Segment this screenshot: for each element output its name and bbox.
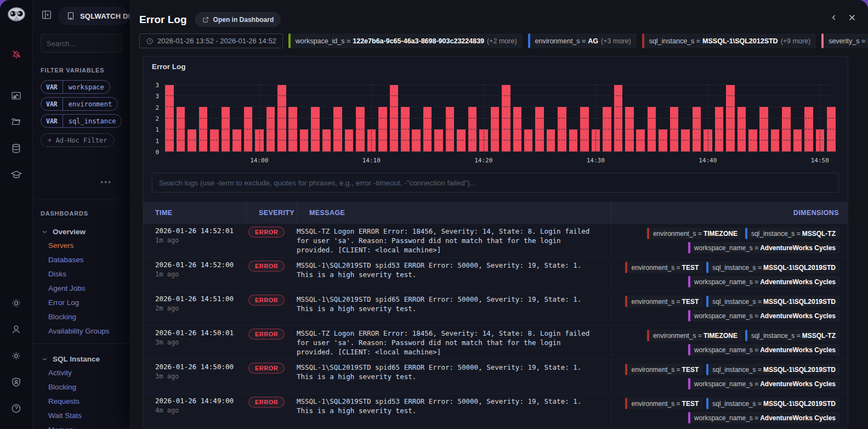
dimension-chip-sql_instance_s[interactable]: sql_instance_s =MSSQL-1\SQL2019STD	[706, 262, 840, 273]
dimension-chip-environment_s[interactable]: environment_s =TIMEZONE	[647, 330, 742, 341]
severity-badge[interactable]: ERROR	[248, 363, 285, 374]
filter-chip-severity_s[interactable]: severity_s =Error	[821, 33, 868, 48]
variable-pill-environment[interactable]: VARenvironment	[41, 97, 118, 111]
severity-badge[interactable]: ERROR	[248, 261, 285, 272]
sidebar-item-activity[interactable]: Activity	[33, 365, 129, 380]
chart-bar[interactable]	[771, 129, 780, 151]
theme-sun-icon[interactable]	[7, 293, 26, 313]
chart-bar[interactable]	[659, 129, 667, 151]
chart-bar[interactable]	[569, 129, 578, 151]
dimension-chip-workspace_name_s[interactable]: workspace_name_s =AdventureWorks Cycles	[688, 344, 840, 355]
chart-bar[interactable]	[793, 129, 802, 151]
sidebar-item-databases[interactable]: Databases	[33, 252, 129, 267]
filter-chip-sql_instance_s[interactable]: sql_instance_s =MSSQL-1\SQL2012STD(+9 mo…	[642, 33, 816, 48]
table-row[interactable]: 2026-01-26 14:50:003m agoERRORMSSQL-1\SQ…	[143, 360, 848, 394]
table-row[interactable]: 2026-01-26 14:51:002m agoERRORMSSQL-1\SQ…	[143, 292, 848, 326]
sidebar-search[interactable]	[41, 34, 122, 53]
dimension-chip-workspace_name_s[interactable]: workspace_name_s =AdventureWorks Cycles	[688, 276, 840, 287]
sidebar-item-memory[interactable]: Memory	[33, 422, 129, 429]
dimension-chip-workspace_name_s[interactable]: workspace_name_s =AdventureWorks Cycles	[688, 310, 840, 321]
chart-bar[interactable]	[726, 85, 735, 151]
filter-chip-environment_s[interactable]: environment_s =AG(+3 more)	[528, 33, 637, 48]
sidebar-item-blocking[interactable]: Blocking	[33, 380, 129, 394]
sidebar-item-servers[interactable]: Servers	[33, 238, 129, 252]
error-log-bar-chart[interactable]: 0112233 14:0014:1014:2014:3014:4014:50	[147, 84, 838, 165]
folders-icon[interactable]	[7, 112, 26, 132]
sidebar-item-wait-stats[interactable]: Wait Stats	[33, 408, 129, 422]
time-range-picker[interactable]: 2026-01-26 13:52 - 2026-01-26 14:52	[139, 33, 283, 48]
dimension-chip-environment_s[interactable]: environment_s =TEST	[625, 262, 703, 273]
chart-bar[interactable]	[300, 129, 309, 151]
dashboard-group-sql-instance[interactable]: SQL Instance	[42, 355, 122, 363]
variable-pill-sql_instance[interactable]: VARsql_instance	[41, 114, 122, 128]
chart-bar[interactable]	[434, 129, 443, 151]
sidebar-item-requests[interactable]: Requests	[33, 394, 129, 408]
chart-bar[interactable]	[390, 85, 399, 151]
log-search-input[interactable]	[159, 179, 832, 187]
variable-pill-workspace[interactable]: VARworkspace	[41, 80, 110, 94]
help-question-icon[interactable]	[7, 398, 26, 418]
table-row[interactable]: 2026-01-26 14:52:001m agoERRORMSSQL-1\SQ…	[143, 258, 848, 292]
chart-bar[interactable]	[322, 129, 331, 151]
dimension-chip-sql_instance_s[interactable]: sql_instance_s =MSSQL-1\SQL2019STD	[706, 296, 840, 307]
severity-badge[interactable]: ERROR	[248, 227, 285, 238]
workspace-switcher-button[interactable]: SQLWATCH DE	[58, 7, 129, 25]
chart-bar[interactable]	[748, 129, 757, 151]
alerts-bell-icon[interactable]	[7, 44, 26, 64]
chart-bar[interactable]	[502, 85, 510, 151]
close-icon[interactable]	[847, 13, 857, 22]
dashboards-icon[interactable]	[7, 86, 26, 105]
learn-graduation-cap-icon[interactable]	[7, 165, 26, 184]
severity-badge[interactable]: ERROR	[248, 397, 285, 408]
log-search[interactable]	[152, 173, 839, 193]
chart-bar[interactable]	[636, 129, 645, 151]
adhoc-filter-button[interactable]: + Ad-Hoc Filter	[41, 133, 114, 147]
dimension-chip-sql_instance_s[interactable]: sql_instance_s =MSSQL-1\SQL2019STD	[706, 398, 840, 409]
dimension-chip-sql_instance_s[interactable]: sql_instance_s =MSSQL-TZ	[745, 228, 840, 239]
chart-bar[interactable]	[547, 129, 555, 151]
chevron-left-icon[interactable]	[830, 13, 838, 22]
sidebar-item-blocking[interactable]: Blocking	[33, 309, 129, 324]
severity-badge[interactable]: ERROR	[248, 295, 285, 306]
col-header-severity[interactable]: SEVERITY	[246, 202, 297, 224]
chart-bar[interactable]	[412, 129, 421, 151]
dimension-chip-sql_instance_s[interactable]: sql_instance_s =MSSQL-1\SQL2019STD	[706, 364, 840, 375]
chart-bar[interactable]	[345, 129, 354, 151]
sidebar-search-input[interactable]	[47, 39, 116, 48]
open-in-dashboard-button[interactable]: Open in Dashboard	[195, 12, 281, 27]
dimension-chip-workspace_name_s[interactable]: workspace_name_s =AdventureWorks Cycles	[688, 242, 840, 253]
dimension-chip-environment_s[interactable]: environment_s =TEST	[625, 364, 703, 375]
chart-bar[interactable]	[524, 129, 533, 151]
chart-bar[interactable]	[210, 129, 219, 151]
col-header-dimensions[interactable]: DIMENSIONS	[611, 202, 848, 224]
col-header-message[interactable]: MESSAGE	[297, 202, 611, 224]
sidebar-item-disks[interactable]: Disks	[33, 267, 129, 281]
chart-bar[interactable]	[232, 129, 241, 151]
dimension-chip-environment_s[interactable]: environment_s =TEST	[625, 398, 703, 409]
dimension-chip-workspace_name_s[interactable]: workspace_name_s =AdventureWorks Cycles	[688, 378, 840, 390]
chart-bar[interactable]	[614, 85, 623, 151]
severity-badge[interactable]: ERROR	[248, 329, 285, 340]
chart-bar[interactable]	[277, 85, 286, 151]
sidebar-item-availability-groups[interactable]: Availability Groups	[33, 324, 129, 338]
table-row[interactable]: 2026-01-26 14:49:004m agoERRORMSSQL-1\SQ…	[143, 394, 848, 428]
dimension-chip-sql_instance_s[interactable]: sql_instance_s =MSSQL-TZ	[745, 330, 840, 341]
sidebar-collapse-icon[interactable]	[41, 9, 53, 23]
dimension-chip-environment_s[interactable]: environment_s =TEST	[625, 296, 703, 307]
dimension-chip-workspace_name_s[interactable]: workspace_name_s =AdventureWorks Cycles	[688, 412, 840, 424]
user-profile-icon[interactable]	[7, 319, 26, 339]
filter-chip-workspace_id_s[interactable]: workspace_id_s =122e7b6a-9c65-46a3-8698-…	[288, 33, 523, 48]
table-row[interactable]: 2026-01-26 14:52:011m agoERRORMSSQL-TZ L…	[143, 224, 848, 258]
settings-gear-icon[interactable]	[7, 346, 26, 365]
sidebar-item-error-log[interactable]: Error Log	[33, 295, 129, 309]
dashboard-group-overview[interactable]: Overview	[42, 228, 122, 236]
chart-bar[interactable]	[457, 129, 466, 151]
sqlwatch-owl-logo[interactable]	[6, 5, 27, 26]
table-row[interactable]: 2026-01-26 14:50:013m agoERRORMSSQL-TZ L…	[143, 326, 848, 360]
resize-handle-dots[interactable]: •••	[100, 178, 112, 187]
dimension-chip-environment_s[interactable]: environment_s =TIMEZONE	[647, 228, 742, 239]
sidebar-item-agent-jobs[interactable]: Agent Jobs	[33, 281, 129, 295]
admin-shield-icon[interactable]	[7, 372, 26, 392]
col-header-time[interactable]: TIME	[143, 202, 246, 224]
database-icon[interactable]	[7, 138, 26, 158]
